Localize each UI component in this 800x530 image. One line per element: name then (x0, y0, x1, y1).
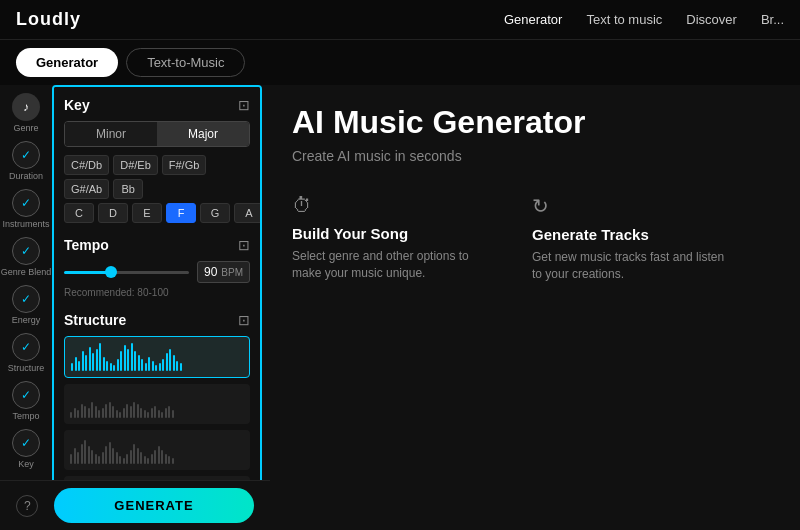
structure-copy-icon[interactable]: ⊡ (238, 312, 250, 328)
right-content: AI Music Generator Create AI music in se… (262, 85, 800, 525)
tempo-slider[interactable] (64, 271, 189, 274)
key-csharp[interactable]: C#/Db (64, 155, 109, 175)
key-section-copy-icon[interactable]: ⊡ (238, 97, 250, 113)
structure-section-header: Structure ⊡ (64, 312, 250, 328)
waveform-option-3[interactable] (64, 430, 250, 470)
hero-subtitle: Create AI music in seconds (292, 148, 770, 164)
sidebar-item-duration[interactable]: ✓ Duration (9, 141, 43, 181)
tempo-section: Tempo ⊡ 90 BPM Recommended: 80-100 (64, 237, 250, 298)
key-section-header: Key ⊡ (64, 97, 250, 113)
generate-tracks-title: Generate Tracks (532, 226, 732, 243)
sidebar-label-instruments: Instruments (2, 219, 49, 229)
step-generate-tracks: ↻ Generate Tracks Get new music tracks f… (532, 194, 732, 283)
sidebar-icons: ♪ Genre ✓ Duration ✓ Instruments ✓ Genre… (0, 85, 52, 525)
generate-tracks-desc: Get new music tracks fast and listen to … (532, 249, 732, 283)
build-song-desc: Select genre and other options to make y… (292, 248, 492, 282)
sharp-keys-row: C#/Db D#/Eb F#/Gb G#/Ab Bb (64, 155, 250, 199)
panel-area: Key ⊡ Minor Major C#/Db D#/Eb F#/Gb G#/A… (52, 85, 262, 525)
genre-icon: ♪ (12, 93, 40, 121)
key-section-title: Key (64, 97, 90, 113)
minor-btn[interactable]: Minor (65, 122, 157, 146)
sidebar-item-genre-blend[interactable]: ✓ Genre Blend (1, 237, 52, 277)
tempo-section-title: Tempo (64, 237, 109, 253)
generate-button[interactable]: GENERATE (54, 488, 253, 523)
sidebar-item-tempo[interactable]: ✓ Tempo (12, 381, 40, 421)
step-build-song: ⏱ Build Your Song Select genre and other… (292, 194, 492, 283)
nav-more[interactable]: Br... (761, 12, 784, 27)
natural-keys-row: C D E F G A B (64, 203, 250, 223)
nav-generator[interactable]: Generator (504, 12, 563, 27)
sidebar-item-genre[interactable]: ♪ Genre (12, 93, 40, 133)
sidebar-label-structure: Structure (8, 363, 45, 373)
bpm-value: 90 (204, 265, 217, 279)
tempo-check-icon: ✓ (12, 381, 40, 409)
key-f[interactable]: F (166, 203, 196, 223)
slider-thumb (105, 266, 117, 278)
waveform-bars-1 (71, 343, 243, 371)
key-a[interactable]: A (234, 203, 262, 223)
tempo-section-header: Tempo ⊡ (64, 237, 250, 253)
steps-row: ⏱ Build Your Song Select genre and other… (292, 194, 770, 283)
build-song-icon: ⏱ (292, 194, 492, 217)
sidebar-label-energy: Energy (12, 315, 41, 325)
sidebar-item-instruments[interactable]: ✓ Instruments (2, 189, 49, 229)
structure-section-title: Structure (64, 312, 126, 328)
tempo-slider-row: 90 BPM (64, 261, 250, 283)
nav-text-to-music[interactable]: Text to music (586, 12, 662, 27)
instruments-check-icon: ✓ (12, 189, 40, 217)
tab-generator[interactable]: Generator (16, 48, 118, 77)
major-btn[interactable]: Major (157, 122, 249, 146)
bpm-display: 90 BPM (197, 261, 250, 283)
key-e[interactable]: E (132, 203, 162, 223)
key-g[interactable]: G (200, 203, 230, 223)
waveform-bars-2 (70, 390, 244, 418)
key-dsharp[interactable]: D#/Eb (113, 155, 158, 175)
key-fsharp[interactable]: F#/Gb (162, 155, 207, 175)
waveform-option-1[interactable] (64, 336, 250, 378)
key-gsharp[interactable]: G#/Ab (64, 179, 109, 199)
tempo-recommended: Recommended: 80-100 (64, 287, 250, 298)
structure-check-icon: ✓ (12, 333, 40, 361)
sidebar-item-structure[interactable]: ✓ Structure (8, 333, 45, 373)
logo: Loudly (16, 9, 81, 30)
main-layout: ♪ Genre ✓ Duration ✓ Instruments ✓ Genre… (0, 85, 800, 525)
sidebar-item-key[interactable]: ✓ Key (12, 429, 40, 469)
sidebar-label-key: Key (18, 459, 34, 469)
waveform-option-2[interactable] (64, 384, 250, 424)
duration-check-icon: ✓ (12, 141, 40, 169)
help-icon[interactable]: ? (16, 495, 38, 517)
tab-bar: Generator Text-to-Music (0, 40, 800, 85)
tab-text-to-music[interactable]: Text-to-Music (126, 48, 245, 77)
key-c[interactable]: C (64, 203, 94, 223)
sidebar-label-genre-blend: Genre Blend (1, 267, 52, 277)
generate-tracks-icon: ↻ (532, 194, 732, 218)
genre-blend-check-icon: ✓ (12, 237, 40, 265)
build-song-title: Build Your Song (292, 225, 492, 242)
minor-major-toggle: Minor Major (64, 121, 250, 147)
hero-title: AI Music Generator (292, 105, 770, 140)
sidebar-label-genre: Genre (13, 123, 38, 133)
sidebar-label-duration: Duration (9, 171, 43, 181)
energy-check-icon: ✓ (12, 285, 40, 313)
nav-links: Generator Text to music Discover Br... (504, 12, 784, 27)
waveform-bars-3 (70, 436, 244, 464)
bpm-unit: BPM (221, 267, 243, 278)
sidebar-item-energy[interactable]: ✓ Energy (12, 285, 41, 325)
key-d[interactable]: D (98, 203, 128, 223)
sidebar-label-tempo: Tempo (12, 411, 39, 421)
nav-discover[interactable]: Discover (686, 12, 737, 27)
tempo-copy-icon[interactable]: ⊡ (238, 237, 250, 253)
navbar: Loudly Generator Text to music Discover … (0, 0, 800, 40)
key-check-icon: ✓ (12, 429, 40, 457)
bottom-bar: ? GENERATE (0, 480, 270, 530)
key-bb[interactable]: Bb (113, 179, 143, 199)
